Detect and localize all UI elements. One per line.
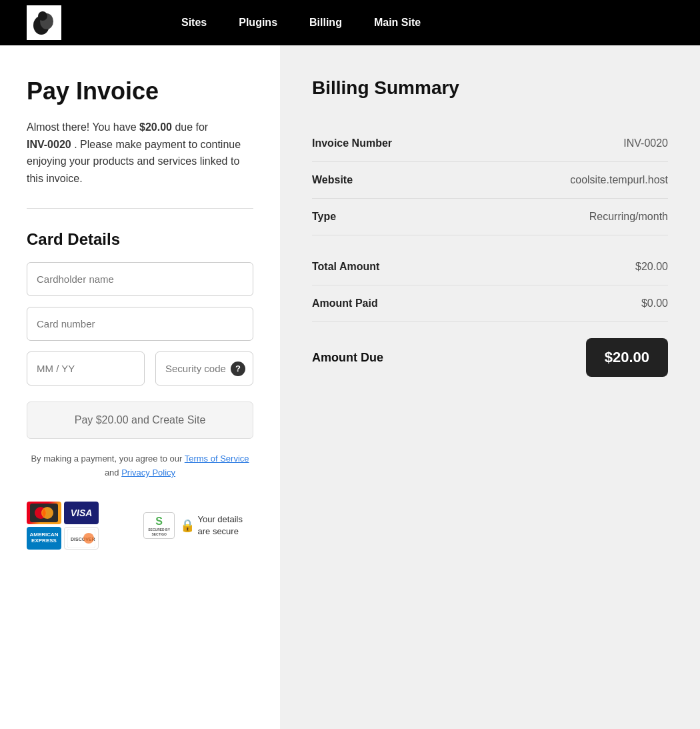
card-icons: VISA AMERICANEXPRESS DISCOVER (27, 502, 130, 550)
website-value: coolsite.tempurl.host (570, 174, 668, 186)
security-code-help-icon[interactable]: ? (231, 361, 245, 376)
amount-paid-row: Amount Paid $0.00 (312, 285, 668, 322)
website-row: Website coolsite.tempurl.host (312, 162, 668, 199)
privacy-link[interactable]: Privacy Policy (121, 468, 175, 478)
security-code-wrapper: ? (155, 351, 253, 386)
discover-icon: DISCOVER (64, 527, 99, 550)
type-value: Recurring/month (589, 211, 668, 223)
logo (27, 5, 61, 40)
section-gap (312, 235, 668, 249)
amount-paid-label: Amount Paid (312, 297, 378, 309)
pay-button[interactable]: Pay $20.00 and Create Site (27, 402, 253, 439)
expiry-security-row: ? (27, 351, 253, 386)
sectigo-badge: S SECURED BYSECTIGO 🔒 Your details are s… (143, 512, 253, 539)
desc-suffix: due for (172, 121, 208, 133)
cardholder-name-input[interactable] (27, 262, 253, 296)
section-divider (27, 208, 253, 209)
amount-due-label: Amount Due (312, 351, 383, 365)
main-layout: Pay Invoice Almost there! You have $20.0… (0, 45, 700, 729)
card-details-title: Card Details (27, 230, 253, 249)
nav-billing[interactable]: Billing (309, 17, 342, 29)
total-amount-value: $20.00 (635, 261, 668, 273)
card-number-group (27, 307, 253, 341)
nav-plugins[interactable]: Plugins (239, 17, 277, 29)
secure-text: Your details are secure (197, 514, 253, 538)
page-title: Pay Invoice (27, 77, 253, 105)
type-label: Type (312, 211, 336, 223)
total-amount-label: Total Amount (312, 261, 379, 273)
billing-summary-title: Billing Summary (312, 77, 668, 99)
desc-amount: $20.00 (139, 121, 172, 133)
invoice-number-value: INV-0020 (623, 137, 668, 149)
terms-middle: and (105, 468, 121, 478)
invoice-number-row: Invoice Number INV-0020 (312, 125, 668, 162)
type-row: Type Recurring/month (312, 199, 668, 235)
nav-sites[interactable]: Sites (181, 17, 207, 29)
nav-main-site[interactable]: Main Site (374, 17, 421, 29)
main-nav: Sites Plugins Billing Main Site (181, 17, 421, 29)
amount-due-row: Amount Due $20.00 (312, 322, 668, 393)
right-panel: Billing Summary Invoice Number INV-0020 … (280, 45, 700, 729)
payment-badges: VISA AMERICANEXPRESS DISCOVER S SEC (27, 502, 253, 550)
amex-icon: AMERICANEXPRESS (27, 527, 61, 550)
expiry-input[interactable] (27, 351, 145, 386)
left-panel: Pay Invoice Almost there! You have $20.0… (0, 45, 280, 729)
desc-invoice: INV-0020 (27, 139, 71, 150)
header: Sites Plugins Billing Main Site (0, 0, 700, 45)
desc-prefix: Almost there! You have (27, 121, 139, 133)
svg-point-3 (38, 11, 47, 21)
total-amount-row: Total Amount $20.00 (312, 249, 668, 285)
card-number-input[interactable] (27, 307, 253, 341)
terms-link[interactable]: Terms of Service (185, 454, 249, 464)
terms-prefix: By making a payment, you agree to our (31, 454, 184, 464)
sectigo-logo: S SECURED BYSECTIGO (143, 512, 175, 539)
visa-icon: VISA (64, 502, 99, 524)
cardholder-name-group (27, 262, 253, 296)
amount-paid-value: $0.00 (641, 297, 668, 309)
mastercard-icon (27, 502, 61, 524)
amount-due-badge: $20.00 (586, 338, 668, 377)
website-label: Website (312, 174, 353, 186)
terms-text: By making a payment, you agree to our Te… (27, 452, 253, 480)
invoice-number-label: Invoice Number (312, 137, 392, 149)
svg-point-9 (83, 533, 94, 544)
page-description: Almost there! You have $20.00 due for IN… (27, 119, 253, 187)
